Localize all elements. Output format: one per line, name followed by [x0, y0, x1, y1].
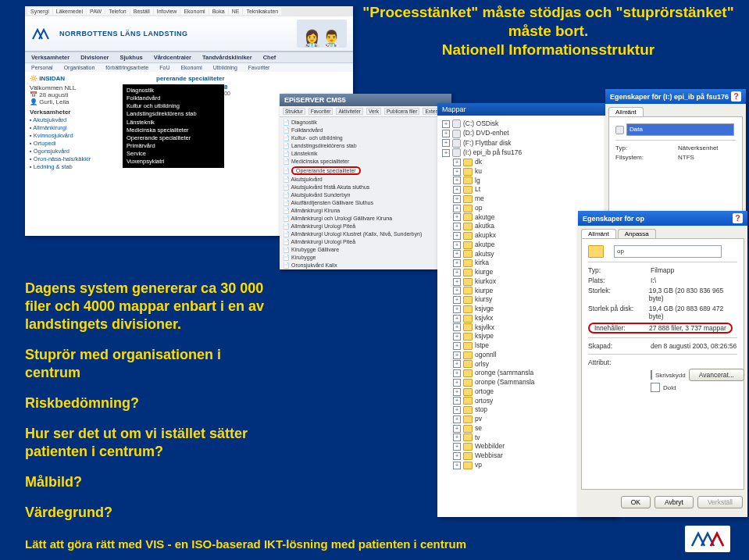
- explorer-drive: +(C:) OSDisk: [442, 119, 612, 128]
- prop2-type-label: Typ:: [588, 266, 651, 274]
- intranet-date: 28 augusti: [39, 91, 68, 98]
- intranet-submenu-item: Utbildning: [213, 65, 237, 70]
- prop2-title: Egenskaper för op: [583, 215, 644, 223]
- screenshot-episerver: EPiSERVER CMS5 StrukturFavoriterAktivite…: [280, 94, 451, 269]
- intranet-submenu-item: Favoriter: [248, 65, 270, 70]
- prop1-type-value: Nätverksenhet: [678, 144, 719, 152]
- intranet-popup-item: Folktandvård: [127, 95, 220, 102]
- intranet-tab: Läkemedel: [53, 8, 86, 15]
- episerver-tree-item: 📄 Kirubygge Gällivare: [283, 246, 448, 254]
- episerver-tree-item: 📄 Akutsjukvård Sunderbyn: [283, 191, 448, 199]
- explorer-title: Mappar: [437, 103, 617, 116]
- episerver-title: EPiSERVER CMS5: [280, 94, 451, 106]
- intranet-tab: Beställ: [130, 8, 153, 15]
- prop2-skapad-label: Skapad:: [588, 342, 651, 350]
- episerver-tree-item: 📄 Allmänkirurgi Kiruna: [283, 207, 448, 215]
- screenshot-properties-folder: Egenskaper för op? Allmänt Anpassa op Ty…: [578, 211, 747, 517]
- explorer-folder: +me: [453, 194, 612, 203]
- intranet-user: Gurli, Leila: [39, 98, 69, 105]
- prop1-fs-value: NTFS: [678, 154, 694, 161]
- episerver-tree-item: 📄 Allmänkirurgi Urologi Klustret (Kalix,…: [283, 230, 448, 238]
- para-4: Hur ser det ut om vi istället sätter pat…: [25, 425, 271, 461]
- intranet-tab: Infoview: [154, 8, 180, 15]
- intranet-menu-item: Tandvårdskliniker: [202, 54, 252, 61]
- intranet-menu: VerksamheterDivisionerSjukhusVårdcentral…: [25, 52, 353, 63]
- prop2-inneh-value: 27 888 filer, 3 737 mappar: [649, 324, 726, 332]
- intranet-menu-item: Divisioner: [80, 54, 109, 61]
- drive-icon: [615, 126, 624, 134]
- intranet-popup-item: Diagnostik: [127, 87, 220, 95]
- episerver-tree-item: 📄 Kultur- och utbildning: [283, 134, 448, 142]
- prop2-name-field: op: [614, 245, 722, 258]
- ok-button[interactable]: OK: [621, 496, 651, 508]
- episerver-tree-item: 📄 Opererande specialiteter: [283, 166, 448, 176]
- intranet-menu-item: Vårdcentraler: [154, 54, 191, 61]
- prop1-title: Egenskaper för (I:) epi_ib på fsu176: [610, 93, 729, 101]
- para-5: Målbild?: [25, 473, 271, 491]
- checkbox-dold[interactable]: [651, 383, 660, 392]
- intranet-tab: Teknikakuten: [243, 8, 281, 15]
- prop2-tab-allmant: Allmänt: [581, 229, 616, 238]
- intranet-popup-item: Opererande specialiteter: [127, 134, 220, 142]
- intranet-submenu-item: Organisation: [64, 65, 95, 70]
- prop2-chk1-label: Skrivskydd: [655, 372, 686, 379]
- prop2-tab-anpassa: Anpassa: [618, 229, 656, 238]
- explorer-folder: +lg: [453, 177, 612, 185]
- intranet-menu-item: Sjukhus: [119, 54, 142, 61]
- intranet-popup-item: Service: [127, 150, 220, 158]
- episerver-tree-item: 📄 Allmänkirurgi Urologi Piteå: [283, 238, 448, 246]
- mid-heading: pererande specialiteter: [156, 75, 348, 82]
- episerver-tree-item: 📄 Allmänkirurgi Urologi Piteå: [283, 223, 448, 230]
- explorer-folder: +ku: [453, 167, 612, 176]
- episerver-tree-item: 📄 Medicinska specialiteter: [283, 158, 448, 166]
- title-line1: "Processtänket" måste stödjas och "stupr…: [349, 3, 747, 41]
- prop1-tab-allmant: Allmänt: [608, 107, 644, 116]
- intranet-submenu: PersonalOrganisationförbättringsarbeteFo…: [25, 63, 353, 72]
- explorer-drive: +(I:) epi_ib på fsu176: [442, 148, 612, 157]
- checkbox-skrivskydd[interactable]: [651, 370, 652, 380]
- prop1-type-label: Typ:: [615, 144, 678, 152]
- intranet-banner: NORRBOTTENS LÄNS LANDSTING 👩‍⚕️👨‍⚕️: [25, 16, 353, 52]
- episerver-tree-item: 📄 Folktandvård: [283, 127, 448, 134]
- intranet-brand: NORRBOTTENS LÄNS LANDSTING: [59, 30, 188, 37]
- explorer-folder: +Lt: [453, 185, 612, 194]
- intranet-tab: PAW: [87, 8, 105, 15]
- slide-footer: Lätt att göra rätt med VIS - en ISO-base…: [25, 537, 466, 551]
- help-icon: ?: [733, 213, 743, 223]
- episerver-tree-item: 📄 Akutsjukvård: [283, 176, 448, 184]
- intranet-top-tabs: SynergiLäkemedelPAWTelefonBeställInfovie…: [25, 6, 353, 16]
- prop2-inneh-label: Innehåller:: [594, 324, 649, 332]
- prop1-fs-label: Filsystem:: [615, 154, 678, 161]
- episerver-toolbar: StrukturFavoriterAktiviteterVerkPublicer…: [280, 106, 451, 117]
- episerver-tree-item: 📄 Akutfärdtjensten Gällivare Sluthus: [283, 199, 448, 207]
- para-1: Dagens system genererar ca 30 000 filer …: [25, 280, 271, 334]
- intranet-submenu-item: Ekonomi: [180, 65, 202, 70]
- intranet-tab: NE: [229, 8, 243, 15]
- prop2-storlek-label: Storlek:: [588, 287, 649, 302]
- cancel-button[interactable]: Avbryt: [654, 496, 694, 508]
- intranet-popup-item: Vuxenpsykiatri: [127, 158, 220, 166]
- intranet-tab: Synergi: [27, 8, 52, 15]
- prop2-disk-value: 19,4 GB (20 883 689 472 byte): [649, 305, 737, 320]
- explorer-drive: +(F:) Flyttbar disk: [442, 139, 612, 148]
- intranet-popup-item: Landstingsdirektörens stab: [127, 110, 220, 118]
- episerver-tree-item: 📄 Länsteknik: [283, 150, 448, 158]
- intranet-insidan: INSIDAN: [39, 75, 65, 82]
- episerver-tool: Favoriter: [309, 108, 333, 115]
- para-6: Värdegrund?: [25, 504, 271, 522]
- episerver-tree-item: 📄 Diagnostik: [283, 119, 448, 127]
- intranet-menu-item: Verksamheter: [31, 54, 70, 61]
- prop2-disk-label: Storlek på disk:: [588, 305, 649, 320]
- explorer-folder: +dk: [453, 158, 612, 166]
- apply-button[interactable]: Verkställ: [697, 496, 743, 508]
- prop2-attr-label: Attribut:: [588, 358, 651, 366]
- advanced-button[interactable]: Avancerat...: [689, 369, 744, 381]
- nll-logo: [685, 526, 730, 552]
- para-3: Riskbedömning?: [25, 394, 271, 412]
- slide-title: "Processtänket" måste stödjas och "stupr…: [349, 3, 747, 59]
- prop1-name-field: Data: [626, 123, 734, 136]
- help-icon: ?: [731, 91, 741, 102]
- prop2-storlek-value: 19,3 GB (20 830 836 965 byte): [649, 287, 737, 302]
- title-line2: Nationell Informationsstruktur: [349, 41, 747, 59]
- intranet-tab: Ekonomi: [180, 8, 208, 15]
